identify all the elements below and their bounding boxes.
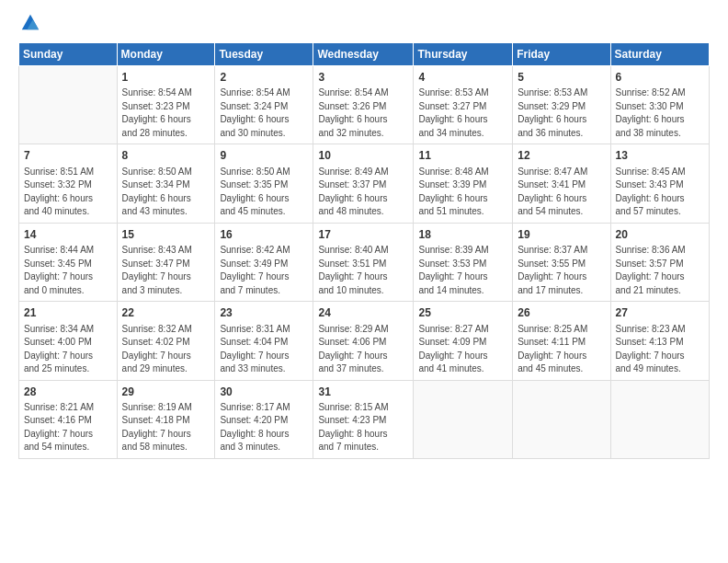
day-info: Sunset: 3:24 PM [220,100,308,114]
day-info: Daylight: 6 hours [122,192,210,206]
day-info: Sunset: 3:41 PM [518,178,605,192]
day-info: Sunset: 4:06 PM [318,336,408,350]
day-info: Sunrise: 8:27 AM [418,323,507,337]
day-info: and 32 minutes. [318,127,408,141]
day-info: Sunrise: 8:54 AM [220,86,308,100]
logo [18,15,40,33]
day-info: Sunset: 3:47 PM [122,258,210,271]
day-number: 23 [220,305,308,321]
day-info: Daylight: 7 hours [24,428,112,442]
day-info: Daylight: 6 hours [122,113,210,127]
day-number: 5 [518,70,605,86]
day-info: Sunrise: 8:53 AM [418,86,507,100]
day-info: Daylight: 6 hours [318,192,408,206]
day-info: Sunset: 3:43 PM [616,178,704,192]
day-number: 31 [318,385,408,400]
calendar-day-cell: 19Sunrise: 8:37 AMSunset: 3:55 PMDayligh… [513,223,610,301]
day-number: 1 [122,70,210,86]
calendar-day-cell: 14Sunrise: 8:44 AMSunset: 3:45 PMDayligh… [19,223,118,301]
day-info: Sunset: 3:49 PM [220,258,308,271]
day-info: Daylight: 7 hours [220,350,308,363]
day-info: Daylight: 7 hours [122,428,210,442]
day-info: and 45 minutes. [220,205,308,219]
day-info: and 37 minutes. [318,362,408,376]
page: SundayMondayTuesdayWednesdayThursdayFrid… [0,0,728,563]
day-info: Sunset: 3:51 PM [318,258,408,271]
calendar-day-cell: 30Sunrise: 8:17 AMSunset: 4:20 PMDayligh… [215,380,313,458]
day-info: Sunrise: 8:50 AM [122,166,210,179]
day-info: Daylight: 7 hours [518,270,605,284]
header-row: SundayMondayTuesdayWednesdayThursdayFrid… [19,43,710,66]
day-info: and 34 minutes. [418,127,507,141]
day-info: Sunrise: 8:54 AM [318,86,408,100]
day-info: and 7 minutes. [318,441,408,454]
day-info: and 54 minutes. [24,441,112,454]
day-info: Sunrise: 8:50 AM [220,166,308,179]
day-info: Daylight: 7 hours [518,350,605,363]
day-info: Daylight: 8 hours [318,428,408,442]
day-info: and 40 minutes. [24,205,112,219]
day-info: and 21 minutes. [616,284,704,298]
day-number: 18 [418,227,507,243]
day-info: Daylight: 7 hours [318,350,408,363]
calendar-day-cell: 15Sunrise: 8:43 AMSunset: 3:47 PMDayligh… [117,223,215,301]
day-info: and 33 minutes. [220,362,308,376]
day-info: Sunset: 3:57 PM [616,258,704,271]
day-info: Sunrise: 8:23 AM [616,323,704,337]
day-info: and 43 minutes. [122,205,210,219]
day-number: 16 [220,227,308,243]
day-info: Sunrise: 8:54 AM [122,86,210,100]
day-info: Sunset: 3:30 PM [616,100,704,114]
day-info: and 0 minutes. [24,284,112,298]
day-info: Daylight: 7 hours [616,270,704,284]
day-info: Sunset: 3:29 PM [518,100,605,114]
day-number: 13 [616,148,704,164]
calendar-day-cell: 11Sunrise: 8:48 AMSunset: 3:39 PMDayligh… [414,144,513,223]
day-info: Sunrise: 8:37 AM [518,244,605,258]
day-info: Sunset: 3:39 PM [418,178,507,192]
day-info: Daylight: 8 hours [220,428,308,442]
day-number: 25 [418,305,507,321]
day-info: Daylight: 7 hours [122,350,210,363]
calendar-day-cell: 28Sunrise: 8:21 AMSunset: 4:16 PMDayligh… [19,380,118,458]
day-info: and 25 minutes. [24,362,112,376]
day-info: Daylight: 7 hours [616,350,704,363]
day-number: 7 [24,148,112,164]
day-info: and 57 minutes. [616,205,704,219]
logo-icon [20,13,40,33]
day-info: Sunset: 3:45 PM [24,258,112,271]
calendar-week-row: 14Sunrise: 8:44 AMSunset: 3:45 PMDayligh… [19,223,710,301]
calendar-day-cell: 7Sunrise: 8:51 AMSunset: 3:32 PMDaylight… [19,144,118,223]
day-info: and 17 minutes. [518,284,605,298]
day-info: Sunrise: 8:44 AM [24,244,112,258]
day-number: 22 [122,305,210,321]
calendar-day-cell: 17Sunrise: 8:40 AMSunset: 3:51 PMDayligh… [313,223,414,301]
day-info: Sunrise: 8:40 AM [318,244,408,258]
day-info: and 54 minutes. [518,205,605,219]
day-number: 26 [518,305,605,321]
calendar-day-cell: 26Sunrise: 8:25 AMSunset: 4:11 PMDayligh… [513,302,610,380]
day-number: 11 [418,148,507,164]
day-info: and 45 minutes. [518,362,605,376]
day-info: Sunrise: 8:45 AM [616,166,704,179]
day-number: 14 [24,227,112,243]
calendar-week-row: 21Sunrise: 8:34 AMSunset: 4:00 PMDayligh… [19,302,710,380]
calendar-day-cell: 16Sunrise: 8:42 AMSunset: 3:49 PMDayligh… [215,223,313,301]
calendar-body: 1Sunrise: 8:54 AMSunset: 3:23 PMDaylight… [19,66,710,459]
day-info: Daylight: 7 hours [24,350,112,363]
calendar-day-cell: 2Sunrise: 8:54 AMSunset: 3:24 PMDaylight… [215,66,313,144]
header-cell-saturday: Saturday [610,43,709,66]
calendar-day-cell: 8Sunrise: 8:50 AMSunset: 3:34 PMDaylight… [117,144,215,223]
calendar-day-cell: 20Sunrise: 8:36 AMSunset: 3:57 PMDayligh… [610,223,709,301]
day-number: 10 [318,148,408,164]
day-number: 20 [616,227,704,243]
day-info: and 49 minutes. [616,362,704,376]
header-cell-friday: Friday [513,43,610,66]
day-info: Daylight: 7 hours [122,270,210,284]
calendar-day-cell: 3Sunrise: 8:54 AMSunset: 3:26 PMDaylight… [313,66,414,144]
header [18,15,710,33]
calendar-week-row: 7Sunrise: 8:51 AMSunset: 3:32 PMDaylight… [19,144,710,223]
day-info: Daylight: 6 hours [318,113,408,127]
day-info: Sunset: 4:04 PM [220,336,308,350]
day-info: and 48 minutes. [318,205,408,219]
